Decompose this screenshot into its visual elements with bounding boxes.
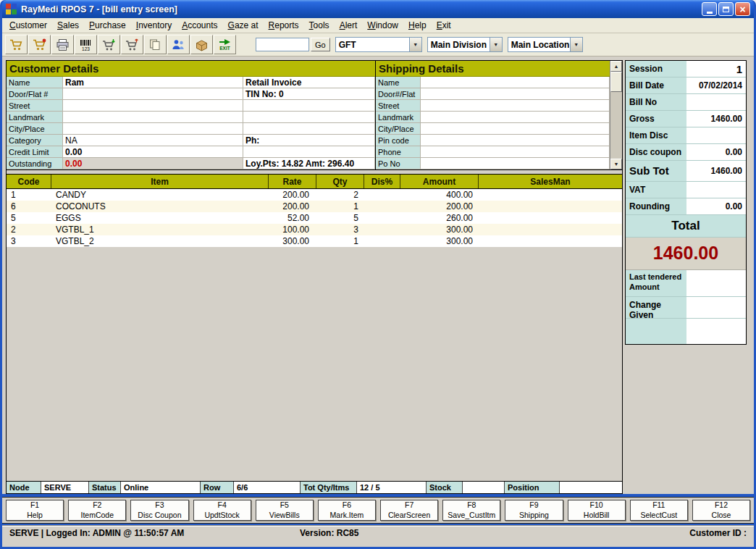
scroll-up-button[interactable]: ▲ (610, 61, 622, 72)
summary-empty-value (686, 319, 746, 344)
menu-item-purchase[interactable]: Purchase (84, 19, 131, 32)
return-stock-button[interactable] (121, 35, 143, 54)
shipping-pincode-value[interactable] (421, 135, 610, 146)
shipping-phone-value[interactable] (421, 146, 610, 158)
f7-clearscreen-button[interactable]: F7 ClearScreen (380, 500, 438, 521)
scroll-down-button[interactable]: ▼ (610, 159, 622, 169)
bill-no-label: Bill No (626, 94, 686, 110)
barcode-button[interactable]: 123 (75, 35, 97, 54)
menu-bar: Customer Sales Purchase Inventory Accoun… (2, 18, 754, 33)
window-title: RayMedi RPOS 7 - [bill entry screen] (21, 4, 702, 14)
customer-phone-value[interactable]: Ph: (243, 135, 375, 146)
details-scrollbar[interactable]: ▲ ▼ (610, 61, 622, 169)
vat-label: VAT (626, 182, 686, 198)
f12-close-button[interactable]: F12 Close (692, 500, 750, 521)
menu-item-gaze-at[interactable]: Gaze at (223, 19, 264, 32)
copy-bills-button[interactable] (144, 35, 167, 54)
scrollbar-track[interactable] (610, 72, 622, 159)
shipping-landmark-value[interactable] (421, 112, 610, 123)
stock-package-button[interactable] (190, 35, 213, 54)
cart-up-arrow-icon (125, 38, 139, 51)
rounding-value: 0.00 (686, 198, 746, 214)
fkey-key: F5 (280, 500, 289, 510)
fkey-label: UpdtStock (204, 511, 239, 520)
shipping-city-value[interactable] (421, 123, 610, 135)
location-dropdown[interactable]: Main Location ▼ (508, 37, 583, 52)
menu-item-sales[interactable]: Sales (52, 19, 84, 32)
table-row[interactable]: 5 EGGS 52.00 5 260.00 (7, 212, 622, 224)
customer-name-value[interactable]: Ram (63, 77, 243, 88)
menu-item-window[interactable]: Window (362, 19, 403, 32)
menu-item-tools[interactable]: Tools (304, 19, 335, 32)
f11-selectcust-button[interactable]: F11 SelectCust (630, 500, 688, 521)
package-icon (195, 38, 209, 51)
item-code: 5 (7, 213, 51, 223)
exit-button[interactable]: EXIT (214, 35, 236, 54)
receive-stock-button[interactable] (98, 35, 120, 54)
menu-item-customer[interactable]: Customer (4, 19, 52, 32)
fkey-key: F3 (155, 500, 164, 510)
quick-search-input[interactable] (256, 38, 309, 51)
restore-button[interactable] (718, 2, 734, 16)
f9-shipping-button[interactable]: F9 Shipping (505, 500, 563, 521)
customer-id-text: Customer ID : (524, 528, 747, 538)
customer-landmark-value[interactable] (63, 112, 243, 123)
customer-street-value[interactable] (63, 100, 243, 112)
menu-item-alert[interactable]: Alert (335, 19, 363, 32)
division-dropdown[interactable]: Main Division ▼ (427, 37, 503, 52)
customer-city-value[interactable] (63, 123, 243, 135)
table-row[interactable]: 1 CANDY 200.00 2 400.00 (7, 189, 622, 201)
print-button[interactable] (51, 35, 74, 54)
menu-item-exit[interactable]: Exit (432, 19, 456, 32)
item-qty: 5 (316, 213, 364, 223)
quick-search-group: Go (256, 38, 330, 51)
item-name: CANDY (51, 190, 269, 200)
customer-category-value[interactable]: NA (63, 135, 243, 146)
go-button[interactable]: Go (311, 38, 330, 51)
menu-item-inventory[interactable]: Inventory (131, 19, 177, 32)
vat-value (686, 182, 746, 198)
shipping-name-value[interactable] (421, 77, 610, 88)
new-bill-button[interactable] (5, 35, 28, 54)
f3-disc-coupon-button[interactable]: F3 Disc Coupon (130, 500, 188, 521)
fkey-label: Disc Coupon (138, 511, 181, 520)
chevron-down-icon[interactable]: ▼ (409, 38, 421, 51)
shipping-street-value[interactable] (421, 100, 610, 112)
f8-save-custitm-button[interactable]: F8 Save_CustItm (442, 500, 500, 521)
f2-itemcode-button[interactable]: F2 ItemCode (68, 500, 126, 521)
menu-item-accounts[interactable]: Accounts (177, 19, 222, 32)
f5-viewbills-button[interactable]: F5 ViewBills (256, 500, 314, 521)
edit-bill-button[interactable] (28, 35, 51, 54)
menu-item-reports[interactable]: Reports (264, 19, 304, 32)
table-row[interactable]: 3 VGTBL_2 300.00 1 300.00 (7, 235, 622, 247)
arrow-down-icon: ▼ (614, 162, 619, 167)
accounts-button[interactable] (167, 35, 190, 54)
customer-door-value[interactable] (63, 88, 243, 100)
shipping-street-label: Street (376, 100, 421, 112)
menu-item-help[interactable]: Help (403, 19, 432, 32)
fkey-key: F4 (217, 500, 226, 510)
position-label: Position (505, 482, 560, 493)
f6-mark-item-button[interactable]: F6 Mark.Item (318, 500, 376, 521)
f4-updtstock-button[interactable]: F4 UpdtStock (193, 500, 251, 521)
f10-holdbill-button[interactable]: F10 HoldBill (568, 500, 626, 521)
column-header-amount: Amount (400, 175, 479, 188)
fkey-label: Close (712, 511, 731, 520)
chevron-down-icon[interactable]: ▼ (570, 38, 582, 51)
scrollbar-thumb[interactable] (610, 72, 622, 92)
minimize-button[interactable] (702, 2, 717, 16)
close-button[interactable]: × (735, 2, 750, 16)
company-dropdown[interactable]: GFT ▼ (335, 37, 422, 52)
table-row[interactable]: 2 VGTBL_1 100.00 3 300.00 (7, 224, 622, 235)
chevron-down-icon[interactable]: ▼ (490, 38, 502, 51)
rounding-label: Rounding (626, 198, 686, 214)
f1-help-button[interactable]: F1 Help (6, 500, 64, 521)
shipping-pono-value[interactable] (421, 158, 610, 169)
column-header-salesman: SalesMan (479, 175, 622, 188)
barcode-icon: 123 (79, 38, 93, 51)
shipping-door-value[interactable] (421, 88, 610, 100)
table-row[interactable]: 6 COCONUTS 200.00 1 200.00 (7, 201, 622, 212)
shipping-city-label: City/Place (376, 123, 421, 135)
fkey-label: SelectCust (640, 511, 677, 520)
item-amount: 200.00 (400, 201, 479, 211)
